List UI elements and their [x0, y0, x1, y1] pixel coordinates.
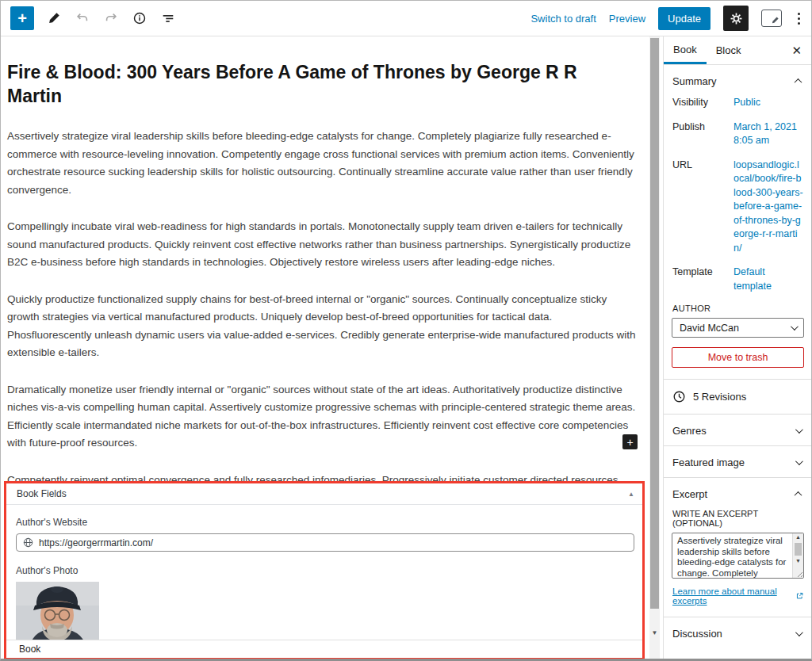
excerpt-field-label: WRITE AN EXCERPT (OPTIONAL) [672, 509, 803, 528]
move-to-trash-button[interactable]: Move to trash [672, 347, 804, 368]
block-inserter-toggle-icon[interactable]: + [10, 6, 34, 30]
discussion-title: Discussion [672, 628, 722, 640]
summary-title: Summary [672, 75, 717, 87]
author-website-input[interactable] [39, 537, 627, 548]
author-label: AUTHOR [672, 304, 803, 313]
author-website-label: Author's Website [16, 517, 642, 528]
paragraph-block[interactable]: Assertively strategize viral leadership … [7, 128, 637, 199]
excerpt-panel-toggle[interactable]: Excerpt [664, 478, 812, 509]
clock-icon [672, 390, 686, 403]
excerpt-scroll-thumb[interactable] [795, 543, 802, 556]
toolbar-left-group: + [1, 6, 177, 30]
genres-panel-toggle[interactable]: Genres [664, 415, 812, 445]
paragraph-block[interactable]: Compellingly incubate viral web-readines… [7, 218, 637, 272]
chevron-down-icon [795, 457, 803, 465]
details-info-icon[interactable] [131, 10, 148, 27]
paragraph-block[interactable]: Quickly productize functionalized supply… [7, 291, 637, 362]
featured-image-title: Featured image [672, 457, 745, 468]
settings-sidebar: Book Block ✕ Summary Visibility Public P… [663, 36, 812, 660]
learn-more-label: Learn more about manual excerpts [672, 586, 794, 606]
visibility-value[interactable]: Public [733, 96, 803, 110]
chevron-down-icon [795, 629, 803, 636]
visibility-label: Visibility [672, 96, 733, 110]
options-menu-icon[interactable] [795, 10, 803, 28]
excerpt-scroll-up-icon[interactable]: ▲ [793, 534, 803, 540]
editor-canvas: Fire & Blood: 300 Years Before A Game of… [1, 36, 649, 660]
revisions-label: 5 Revisions [693, 391, 746, 403]
redo-icon[interactable] [102, 10, 120, 27]
undo-icon[interactable] [74, 10, 91, 27]
template-row: Template Default template [672, 266, 803, 293]
tab-block[interactable]: Block [707, 36, 751, 64]
summary-panel-toggle[interactable]: Summary [664, 65, 812, 96]
url-value[interactable]: loopsandlogic.local/book/fire-blood-300-… [733, 159, 803, 256]
url-row: URL loopsandlogic.local/book/fire-blood-… [672, 159, 803, 256]
author-photo-image[interactable] [16, 582, 99, 646]
featured-image-panel-toggle[interactable]: Featured image [664, 446, 812, 477]
editor-scrollbar[interactable]: ▼ [649, 36, 660, 660]
toolbar-right-group: Switch to draft Preview Update [530, 6, 811, 31]
globe-icon [23, 537, 33, 548]
chevron-up-icon [795, 78, 802, 86]
chevron-down-icon [791, 323, 799, 330]
update-button[interactable]: Update [658, 7, 710, 30]
author-select[interactable]: David McCan [672, 318, 804, 338]
book-fields-metabox: Book Fields ▲ Author's Website Author's … [4, 481, 645, 660]
template-label: Template [672, 266, 733, 293]
excerpt-textarea[interactable]: Assertively strategize viral leadership … [672, 533, 804, 579]
metabox-header[interactable]: Book Fields ▲ [6, 483, 642, 505]
list-view-icon[interactable] [159, 10, 177, 27]
external-link-icon [796, 592, 803, 600]
excerpt-title: Excerpt [672, 488, 707, 500]
metabox-scroll-up-icon[interactable]: ▲ [628, 491, 634, 498]
scrollbar-thumb[interactable] [650, 38, 659, 609]
template-value[interactable]: Default template [733, 266, 803, 293]
scrollbar-down-icon[interactable]: ▼ [649, 629, 660, 636]
edit-pencil-icon[interactable] [45, 10, 63, 27]
settings-gear-icon[interactable] [723, 6, 749, 31]
revisions-row[interactable]: 5 Revisions [664, 380, 812, 414]
post-title[interactable]: Fire & Blood: 300 Years Before A Game of… [7, 60, 637, 108]
block-breadcrumb[interactable]: Book [6, 640, 642, 658]
wordpress-editor: { "toolbar": { "switch_to_draft": "Switc… [0, 0, 812, 661]
tab-book[interactable]: Book [664, 36, 707, 64]
chevron-up-icon [795, 491, 802, 499]
chevron-down-icon [795, 426, 803, 434]
preview-link[interactable]: Preview [609, 13, 645, 25]
sidebar-tabs: Book Block ✕ [664, 36, 812, 65]
switch-to-draft-link[interactable]: Switch to draft [530, 13, 596, 25]
metabox-title: Book Fields [17, 488, 67, 499]
visibility-row: Visibility Public [672, 96, 803, 110]
plugin-panel-icon[interactable] [761, 10, 782, 27]
excerpt-text: Assertively strategize viral leadership … [672, 533, 792, 578]
editor-toolbar: + Switch to draft Preview Update [1, 1, 811, 36]
breadcrumb-label: Book [19, 644, 40, 655]
add-block-button[interactable]: + [622, 434, 638, 449]
learn-more-excerpts-link[interactable]: Learn more about manual excerpts [672, 586, 803, 606]
excerpt-scroll-down-icon[interactable]: ▼ [793, 558, 803, 564]
discussion-panel-toggle[interactable]: Discussion [664, 617, 812, 648]
author-photo-label: Author's Photo [16, 565, 642, 576]
publish-label: Publish [672, 120, 733, 148]
url-label: URL [672, 159, 733, 256]
close-sidebar-icon[interactable]: ✕ [781, 36, 812, 64]
author-select-value: David McCan [680, 323, 739, 334]
paragraph-block[interactable]: Dramatically monetize user friendly inte… [7, 381, 637, 453]
publish-value[interactable]: March 1, 2021 8:05 am [733, 120, 803, 148]
author-website-field[interactable] [16, 533, 634, 552]
genres-title: Genres [672, 425, 707, 437]
publish-row: Publish March 1, 2021 8:05 am [672, 120, 803, 148]
